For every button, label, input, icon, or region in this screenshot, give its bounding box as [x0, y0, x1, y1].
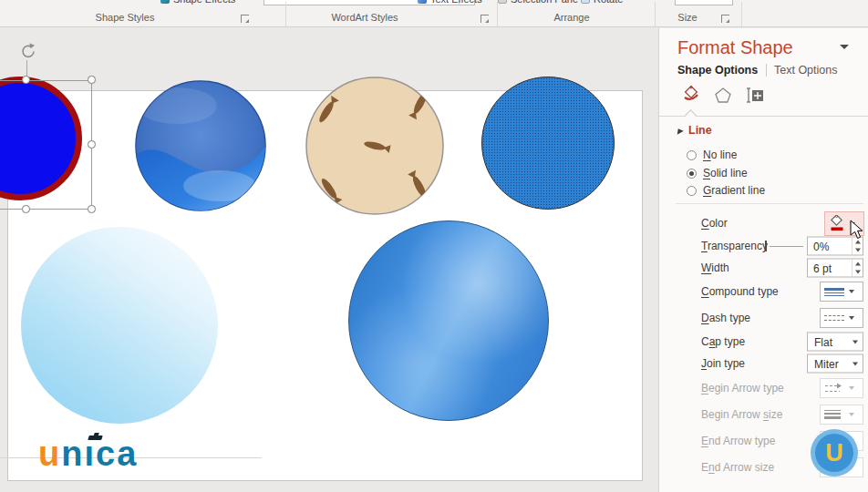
dropdown-caret-icon	[852, 362, 858, 365]
compound-type-label: Compound type	[701, 285, 779, 298]
format-shape-panel: Format Shape Shape Options Text Options	[658, 28, 868, 492]
size-field[interactable]	[675, 0, 733, 5]
radio-solid-line[interactable]: Solid line	[687, 166, 748, 180]
radio-circle-selected-icon	[687, 169, 697, 179]
collapse-triangle-icon	[675, 127, 683, 134]
dashed-line-icon	[824, 315, 844, 321]
begin-arrow-type-label: Begin Arrow type	[701, 382, 784, 395]
dropdown-caret-icon	[852, 340, 858, 343]
row-width: Width 6 pt	[701, 258, 863, 278]
tab-text-options[interactable]: Text Options	[774, 64, 837, 77]
transparency-label: Transparency	[701, 240, 768, 252]
dropdown-caret-icon	[849, 413, 854, 416]
selection-bounding-box	[0, 80, 92, 210]
cap-type-select[interactable]: Flat	[807, 333, 863, 352]
compound-type-dropdown[interactable]	[820, 282, 863, 302]
shape-oval-blue-gradient[interactable]	[348, 220, 549, 421]
resize-handle-top[interactable]	[22, 76, 30, 84]
dropdown-caret-icon	[849, 316, 854, 320]
width-spinner[interactable]: 6 pt	[807, 259, 863, 278]
resize-handle-right[interactable]	[88, 140, 96, 149]
shape-oval-glossy-wave[interactable]	[133, 78, 268, 213]
dash-type-label: Dash type	[701, 312, 750, 324]
end-arrow-size-label: End Arrow size	[701, 461, 774, 474]
line-section-header[interactable]: Line	[676, 124, 712, 137]
row-begin-arrow-type: Begin Arrow type	[701, 378, 863, 398]
panel-menu-caret-icon[interactable]	[840, 45, 849, 49]
end-arrow-type-label: End Arrow type	[701, 435, 775, 447]
transparency-slider-thumb[interactable]	[765, 241, 767, 251]
row-dash-type: Dash type	[701, 308, 863, 328]
line-weights-icon	[824, 410, 841, 419]
row-compound-type: Compound type	[701, 282, 863, 302]
fill-line-tab[interactable]	[680, 85, 702, 105]
shape-oval-fossil-texture[interactable]	[305, 76, 445, 216]
radio-circle-icon	[687, 186, 697, 196]
resize-handle-top-right[interactable]	[88, 76, 96, 84]
radio-gradient-line[interactable]: Gradient line	[687, 183, 765, 198]
size-properties-icon	[746, 87, 764, 104]
shape-styles-dialog-launcher-icon[interactable]	[241, 15, 249, 23]
group-label-shape-styles: Shape Styles	[61, 12, 189, 23]
group-label-arrange: Arrange	[508, 12, 636, 23]
text-effects-button[interactable]: Text Effects	[418, 0, 482, 5]
color-label: Color	[701, 217, 728, 230]
mouse-cursor-icon	[850, 220, 864, 240]
unica-logo: unıca	[38, 436, 138, 472]
graduation-cap-icon	[88, 436, 103, 440]
shape-effects-icon	[160, 0, 170, 4]
shape-oval-dot-pattern[interactable]	[481, 77, 615, 210]
begin-arrow-size-label: Begin Arrow size	[701, 408, 782, 421]
tab-shape-options[interactable]: Shape Options	[677, 64, 758, 77]
size-properties-tab[interactable]	[744, 85, 766, 105]
row-begin-arrow-size: Begin Arrow size	[701, 405, 863, 425]
dash-type-dropdown[interactable]	[820, 308, 863, 328]
selection-pane-icon	[498, 0, 507, 4]
group-label-size: Size	[624, 12, 751, 23]
spinner-arrows[interactable]	[852, 260, 863, 277]
effects-tab[interactable]	[712, 85, 734, 105]
text-effects-icon	[418, 0, 427, 4]
join-type-select[interactable]: Miter	[807, 354, 863, 374]
paint-bucket-icon	[829, 215, 845, 232]
compound-line-icon	[824, 288, 844, 296]
dropdown-caret-icon	[849, 290, 854, 293]
arrow-line-icon	[824, 383, 844, 394]
rotate-button[interactable]: Rotate	[581, 0, 623, 5]
join-type-label: Join type	[701, 357, 745, 370]
row-cap-type: Cap type Flat	[701, 332, 863, 352]
rotate-objects-icon	[581, 0, 590, 4]
shape-oval-light-gradient[interactable]	[21, 227, 218, 424]
width-label: Width	[701, 261, 729, 274]
group-label-wordart-styles: WordArt Styles	[301, 12, 429, 23]
begin-arrow-type-dropdown[interactable]	[820, 378, 863, 398]
ribbon: Shape Effects Text Effects Selection Pan…	[0, 0, 868, 27]
application-window: Shape Effects Text Effects Selection Pan…	[0, 0, 868, 492]
pentagon-icon	[714, 87, 732, 104]
begin-arrow-size-dropdown[interactable]	[820, 405, 863, 425]
dropdown-caret-icon	[849, 386, 854, 390]
size-dialog-launcher-icon[interactable]	[721, 15, 729, 23]
shape-effects-button[interactable]: Shape Effects	[160, 0, 235, 5]
wordart-styles-dialog-launcher-icon[interactable]	[480, 15, 489, 23]
radio-circle-icon	[687, 150, 697, 160]
resize-handle-bottom-right[interactable]	[88, 205, 96, 213]
unica-watermark-logo: U	[811, 429, 858, 477]
paint-bucket-icon	[682, 86, 701, 104]
rotate-handle-icon[interactable]	[18, 43, 36, 60]
spinner-arrows[interactable]	[852, 238, 863, 255]
cap-type-label: Cap type	[701, 335, 745, 348]
transparency-slider-track[interactable]	[770, 246, 803, 247]
selection-pane-button[interactable]: Selection Pane	[498, 0, 578, 5]
radio-no-line[interactable]: No line	[687, 148, 737, 162]
row-transparency: Transparency 0%	[701, 236, 863, 256]
panel-title: Format Shape	[677, 37, 793, 58]
resize-handle-bottom[interactable]	[22, 205, 30, 213]
row-join-type: Join type Miter	[701, 354, 863, 374]
